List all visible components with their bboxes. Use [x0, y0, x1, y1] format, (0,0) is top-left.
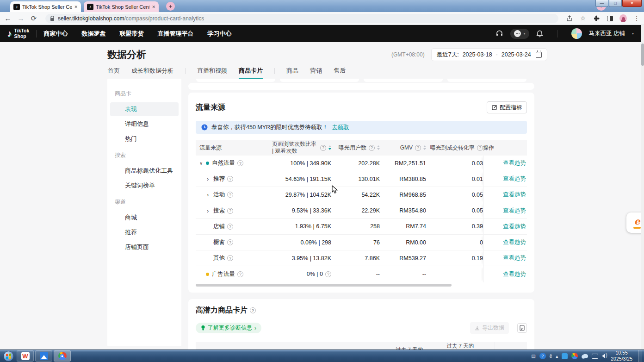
side-panel-icon[interactable]: [606, 15, 613, 22]
ime-icon[interactable]: ē: [550, 354, 552, 359]
address-bar[interactable]: seller.tiktokglobalshop.com/compass/prod…: [45, 14, 558, 23]
analytics-tab[interactable]: 直播和视频: [197, 67, 227, 79]
help-icon[interactable]: [237, 271, 243, 277]
sidebar-item[interactable]: 店铺页面: [110, 240, 179, 254]
volume-icon[interactable]: [602, 354, 605, 358]
analytics-tab[interactable]: 商品: [286, 67, 298, 79]
taskbar-clock[interactable]: 10:55 2025/3/25: [611, 350, 632, 362]
claim-coupon-link[interactable]: 去领取: [332, 124, 349, 131]
back-icon[interactable]: ←: [4, 14, 12, 22]
date-range-picker[interactable]: 最近7天: 2025-03-18 - 2025-03-24: [431, 48, 547, 61]
view-trend-link[interactable]: 查看趋势: [503, 254, 526, 262]
help-icon[interactable]: [320, 145, 326, 151]
refresh-icon[interactable]: ⟳: [30, 14, 38, 23]
support-headset-icon[interactable]: [495, 30, 503, 37]
sidebar-item[interactable]: 详细信息: [110, 117, 179, 131]
chrome-tray-icon[interactable]: [571, 353, 578, 359]
help-icon[interactable]: [227, 239, 233, 245]
language-selector[interactable]: ▾: [510, 29, 529, 39]
start-button[interactable]: [3, 351, 14, 362]
view-trend-link[interactable]: 查看趋势: [503, 191, 526, 199]
view-trend-link[interactable]: 查看趋势: [503, 223, 526, 231]
help-icon[interactable]: [369, 145, 375, 151]
help-icon[interactable]: [227, 255, 233, 261]
sidebar-item[interactable]: 商城: [110, 211, 179, 225]
analytics-tab[interactable]: 营销: [310, 67, 322, 79]
help-icon[interactable]: [227, 224, 233, 230]
profile-avatar-icon[interactable]: [619, 15, 627, 22]
view-trend-link[interactable]: 查看趋势: [503, 270, 526, 278]
expand-icon[interactable]: [207, 207, 213, 214]
taskbar-wps-button[interactable]: W: [17, 350, 34, 362]
analytics-tab[interactable]: 成长和数据分析: [131, 67, 173, 79]
help-tray-icon[interactable]: ?: [539, 353, 546, 359]
report-icon-button[interactable]: [517, 323, 527, 333]
messenger-tray-icon[interactable]: [562, 353, 568, 359]
help-icon[interactable]: [227, 208, 233, 214]
sidebar-item[interactable]: 热门: [110, 132, 179, 146]
chevron-down-icon[interactable]: ▾: [632, 31, 634, 36]
analytics-tab[interactable]: 商品卡片: [239, 67, 263, 79]
network-icon[interactable]: [592, 354, 598, 359]
show-desktop-button[interactable]: [638, 350, 642, 362]
help-icon[interactable]: [237, 160, 243, 166]
view-trend-link[interactable]: 查看趋势: [503, 175, 526, 183]
help-icon[interactable]: [325, 271, 331, 277]
taskbar-chrome-button[interactable]: [54, 350, 71, 362]
page-scrollbar-thumb[interactable]: [641, 44, 644, 66]
browser-tab[interactable]: ♪TikTok Shop Seller Center | Cro✕: [84, 1, 159, 12]
tab-close-icon[interactable]: ✕: [152, 5, 155, 9]
close-button[interactable]: ✕: [622, 0, 642, 7]
help-icon[interactable]: [227, 192, 233, 198]
expand-icon[interactable]: [207, 191, 213, 198]
forward-icon[interactable]: →: [17, 14, 25, 22]
site-nav-item[interactable]: 商家中心: [43, 30, 68, 38]
expand-icon[interactable]: [207, 175, 213, 182]
configure-metrics-button[interactable]: 配置指标: [487, 101, 527, 113]
cloud-tray-icon[interactable]: [581, 353, 588, 359]
view-trend-link[interactable]: 查看趋势: [503, 159, 526, 167]
help-icon[interactable]: [477, 145, 483, 151]
share-icon[interactable]: [566, 15, 573, 22]
analytics-tab[interactable]: 首页: [108, 67, 120, 79]
extensions-icon[interactable]: [593, 15, 600, 22]
store-avatar[interactable]: [571, 28, 582, 39]
sidebar-item[interactable]: 关键词榜单: [110, 179, 179, 193]
page-scrollbar[interactable]: [641, 25, 644, 350]
help-icon[interactable]: [250, 307, 256, 313]
maximize-button[interactable]: □: [609, 0, 622, 7]
nav-divider: [557, 30, 557, 37]
tab-close-icon[interactable]: ✕: [74, 5, 78, 9]
site-nav-item[interactable]: 直播管理平台: [157, 30, 193, 38]
store-name[interactable]: 马来西亚 店铺: [589, 30, 625, 37]
sort-icons[interactable]: [328, 145, 331, 150]
help-icon[interactable]: [227, 176, 233, 182]
browser-tab[interactable]: ♪TikTok Shop Seller Center | Cro✕: [10, 1, 81, 12]
sidebar-item[interactable]: 商品标题优化工具: [110, 164, 179, 178]
tiktok-shop-logo[interactable]: TikTokShop: [14, 28, 30, 38]
export-data-button[interactable]: 导出数据: [470, 322, 509, 334]
bookmark-star-icon[interactable]: ☆: [579, 15, 587, 22]
view-trend-link[interactable]: 查看趋势: [503, 238, 526, 246]
sidebar-item[interactable]: 推荐: [110, 225, 179, 239]
site-nav-item[interactable]: 联盟带货: [119, 30, 143, 38]
view-trend-link[interactable]: 查看趋势: [503, 207, 526, 215]
hidden-icons-arrow[interactable]: ▴: [556, 354, 558, 359]
sort-icons[interactable]: [423, 145, 426, 150]
diagnostics-link[interactable]: 了解更多诊断信息 ›: [196, 323, 261, 333]
site-nav-item[interactable]: 数据罗盘: [81, 30, 105, 38]
minimize-button[interactable]: —: [595, 0, 608, 7]
taskbar-meeting-button[interactable]: [35, 350, 52, 362]
sort-icons[interactable]: [377, 145, 380, 150]
sidebar-item[interactable]: 表现: [110, 102, 179, 116]
new-tab-button[interactable]: +: [166, 2, 175, 11]
help-icon[interactable]: [415, 145, 421, 151]
mountain-app-icon: [40, 352, 48, 360]
expand-icon[interactable]: [199, 161, 206, 166]
analytics-tab[interactable]: 售后: [334, 67, 346, 79]
notifications-bell-icon[interactable]: [536, 30, 543, 37]
scrollbar-thumb[interactable]: [196, 284, 452, 287]
site-nav-item[interactable]: 学习中心: [207, 30, 231, 38]
menu-dots-icon[interactable]: ⋮: [633, 15, 640, 22]
keyboard-tray-icon[interactable]: ▤: [531, 354, 535, 359]
